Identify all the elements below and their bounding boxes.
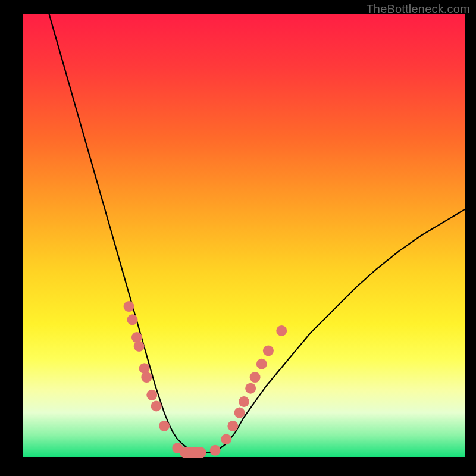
- curve-marker-dot: [134, 341, 145, 352]
- curve-marker-pill: [180, 447, 206, 458]
- curve-marker-dot: [159, 421, 170, 431]
- chart-stage: TheBottleneck.com: [0, 0, 476, 476]
- plot-area: [23, 14, 465, 457]
- curve-marker-dot: [221, 434, 231, 444]
- curve-marker-dot: [210, 445, 221, 456]
- curve-marker-dot: [234, 408, 245, 418]
- curve-marker-dot: [146, 390, 157, 400]
- curve-marker-dot: [256, 359, 267, 369]
- bottleneck-curve: [49, 14, 465, 453]
- curve-marker-dot: [245, 383, 256, 394]
- watermark-text: TheBottleneck.com: [366, 2, 470, 16]
- curve-marker-dot: [124, 301, 134, 312]
- curve-marker-dot: [276, 325, 287, 336]
- curve-markers: [124, 301, 287, 458]
- curve-marker-dot: [141, 372, 152, 383]
- curve-marker-dot: [151, 400, 162, 411]
- curve-marker-dot: [239, 396, 249, 407]
- curve-marker-dot: [127, 314, 138, 325]
- curve-marker-dot: [250, 372, 261, 383]
- curve-marker-dot: [227, 421, 238, 431]
- curve-layer: [23, 14, 465, 457]
- curve-marker-dot: [263, 345, 274, 356]
